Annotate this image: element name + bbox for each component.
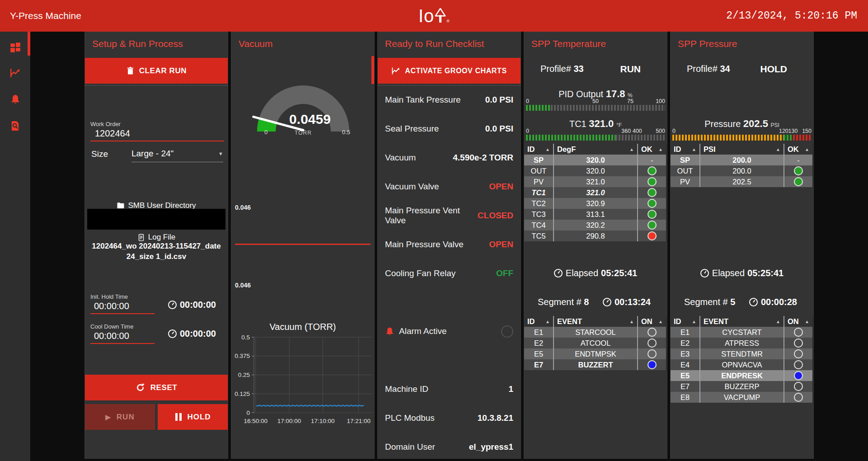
play-icon: ▶ [105, 413, 111, 421]
log-file-link[interactable]: Log File [85, 233, 228, 242]
cell-status [637, 327, 666, 338]
chart-title: Vacuum (TORR) [231, 322, 374, 332]
checklist-label: PLC Modbus [385, 413, 435, 423]
hold-button[interactable]: HOLD [158, 404, 228, 430]
table-row: TC1321.0 [524, 187, 666, 198]
bar-zone [672, 135, 784, 141]
cell-id: E8 [671, 392, 699, 403]
status-led-icon [794, 349, 803, 358]
sidebar-active-indicator[interactable] [28, 31, 30, 56]
no-status-dash: - [651, 156, 653, 165]
bar-scale-labels: 05075100 [526, 98, 665, 104]
table-row: OUT200.0 [671, 165, 812, 176]
clock-icon [749, 298, 758, 306]
checklist-label: Machine ID [385, 384, 428, 394]
scale-tick-label: 50 [592, 98, 599, 104]
status-led-icon [647, 221, 657, 230]
run-state-badge: HOLD [760, 64, 788, 75]
sort-arrow-icon: ▲ [658, 147, 663, 152]
column-sort-header[interactable]: OK▲ [784, 144, 812, 155]
sidebar-item-dashboard[interactable] [0, 38, 30, 57]
logo-text: Io [418, 8, 434, 24]
cell-id: E3 [671, 348, 699, 359]
size-select[interactable]: Large - 24" ▼ [131, 149, 223, 162]
nav-sidebar [0, 32, 30, 461]
cell-status [637, 198, 666, 209]
cell-id: TC4 [524, 220, 553, 230]
cell-id: TC1 [524, 187, 553, 198]
checklist-value: CLOSED [478, 211, 513, 221]
cell-value: STENDTMR [699, 348, 784, 359]
sidebar-item-trends[interactable] [0, 63, 30, 83]
table-row: E5ENDPRESK [671, 370, 812, 381]
table-row: TC2320.9 [524, 198, 666, 209]
column-sort-header[interactable]: EVENT▲ [553, 316, 637, 327]
cool-down-timer: 00:00:00 [168, 329, 216, 339]
checklist-row: Seal Pressure0.0 PSI [378, 114, 521, 143]
reset-button[interactable]: RESET [85, 375, 228, 400]
cool-down-input[interactable]: 00:00:00 [90, 330, 155, 344]
log-file-name: 1202464_wo 20240213-115427_date 24_size … [89, 241, 223, 262]
work-order-input[interactable]: 1202464 [90, 127, 224, 141]
bar-segments [672, 135, 812, 141]
pressure-bar-gauge: 0120130150 [672, 128, 812, 141]
column-sort-header[interactable]: DegF▲ [553, 144, 637, 155]
work-order-label: Work Order [90, 121, 224, 127]
run-label: RUN [117, 413, 135, 422]
table-row: E8VACPUMP [671, 392, 812, 403]
column-sort-header[interactable]: ID▲ [671, 316, 699, 327]
column-sort-header[interactable]: ID▲ [524, 316, 553, 327]
segment-row: Segment # 8 00:13:24 [524, 297, 667, 307]
cell-status [784, 392, 812, 403]
document-icon [137, 234, 145, 241]
bar-zone [615, 135, 665, 141]
column-label: ON [788, 317, 799, 326]
column-label: ID [527, 145, 535, 154]
trash-icon [126, 66, 135, 75]
sort-arrow-icon: ▲ [545, 319, 550, 324]
run-button[interactable]: ▶ RUN [85, 404, 155, 430]
column-sort-header[interactable]: PSI▲ [699, 144, 784, 155]
cell-status [637, 359, 666, 370]
reset-icon [136, 383, 145, 392]
cool-down-label: Cool Down Time [90, 323, 155, 330]
cell-status [637, 187, 666, 198]
clock-icon [168, 301, 177, 309]
column-sort-header[interactable]: ON▲ [784, 316, 812, 327]
tc1-bar-gauge: 0360400500 [526, 128, 665, 141]
svg-text:0.5: 0.5 [241, 334, 250, 341]
cell-status [637, 348, 666, 359]
column-sort-header[interactable]: EVENT▲ [699, 316, 784, 327]
status-led-icon [647, 339, 657, 348]
gauge-min-label: 0 [264, 129, 267, 136]
chevron-down-icon: ▼ [218, 151, 223, 156]
info-row: Domain Userel_ypress1 [378, 433, 521, 459]
column-sort-header[interactable]: ID▲ [671, 144, 699, 155]
cell-value: BUZZERT [553, 359, 637, 370]
panel-scrollbar-thumb[interactable] [371, 56, 374, 84]
sort-arrow-icon: ▲ [805, 319, 809, 324]
sidebar-item-alarms[interactable] [0, 89, 30, 109]
cell-id: PV [671, 176, 699, 187]
vacuum-annotation: 0.046 [235, 282, 251, 289]
column-sort-header[interactable]: ID▲ [524, 144, 553, 155]
checklist-row: Main Pressure ValveOPEN [378, 230, 521, 259]
status-led-icon [647, 231, 657, 240]
scale-tick-label: 100 [656, 98, 665, 104]
sidebar-item-log-viewer[interactable] [0, 116, 30, 136]
cell-id: SP [671, 155, 699, 165]
init-hold-timer: 00:00:00 [168, 300, 216, 310]
segment-number: Segment # 8 [538, 297, 589, 307]
status-led-icon [794, 393, 803, 402]
checklist-label: Seal Pressure [385, 124, 439, 134]
column-sort-header[interactable]: OK▲ [637, 144, 666, 155]
alarm-indicator-led [501, 325, 513, 338]
clear-run-button[interactable]: CLEAR RUN [85, 58, 228, 84]
status-led-icon [647, 328, 657, 337]
cell-status [637, 209, 666, 220]
clock-icon [554, 269, 563, 278]
column-sort-header[interactable]: ON▲ [637, 316, 666, 327]
activate-groov-charts-button[interactable]: ACTIVATE GROOV CHARTS [378, 58, 521, 84]
init-hold-input[interactable]: 00:00:00 [90, 300, 155, 314]
init-hold-label: Init. Hold Time [90, 293, 155, 300]
